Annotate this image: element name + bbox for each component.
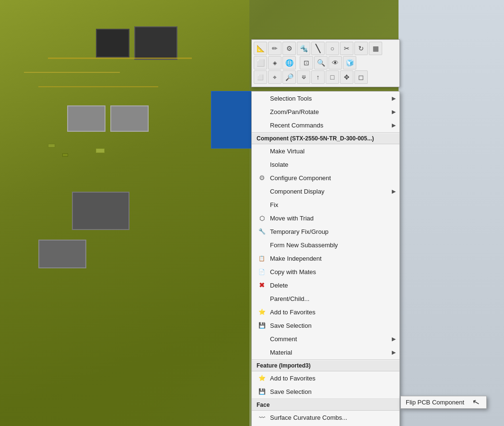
menu-item-make-virtual[interactable]: Make Virtual [252, 144, 399, 158]
toolbar-btn-section[interactable]: 🧊 [343, 56, 356, 69]
save-selection-1-icon: 💾 [257, 321, 267, 330]
parent-child-icon [257, 294, 267, 303]
toolbar-btn-circle[interactable]: ○ [326, 42, 339, 55]
toolbar-btn-line[interactable]: ╲ [311, 42, 325, 55]
save-selection-2-label: Save Selection [270, 388, 396, 395]
toolbar-btn-zoom-sel[interactable]: 🔍 [314, 56, 328, 69]
toolbar-btn-zoom-fit[interactable]: ⊡ [300, 56, 313, 69]
menu-item-save-selection-2[interactable]: 💾 Save Selection [252, 385, 399, 398]
make-virtual-label: Make Virtual [270, 148, 396, 155]
copy-mates-icon: 📄 [257, 267, 267, 276]
form-subassembly-icon [257, 240, 267, 250]
toolbar-btn-trim[interactable]: ✂ [340, 42, 353, 55]
make-independent-label: Make Independent [270, 255, 396, 262]
recent-commands-icon [257, 120, 267, 130]
zoom-pan-icon [257, 107, 267, 116]
menu-item-comment[interactable]: Comment ▶ [252, 332, 399, 345]
toolbar-btn-move1[interactable]: ↑ [311, 70, 325, 84]
toolbar-btn-feature[interactable]: ⚙ [282, 42, 296, 55]
menu-item-isolate[interactable]: Isolate [252, 158, 399, 171]
configure-component-icon: ⚙ [257, 173, 267, 183]
surface-curvature-label: Surface Curvature Combs... [270, 414, 396, 421]
isolate-label: Isolate [270, 161, 396, 168]
feature-section-header: Feature (Imported3) [252, 360, 399, 371]
toolbar-btn-block2[interactable]: ◈ [268, 56, 281, 69]
toolbar-btn-zoom-panel[interactable]: ⬜ [254, 70, 267, 84]
component-display-icon [257, 186, 267, 196]
flip-pcb-label: Flip PCB Component [406, 399, 464, 406]
menu-item-parent-child[interactable]: Parent/Child... [252, 292, 399, 305]
zoom-pan-label: Zoom/Pan/Rotate [270, 108, 392, 115]
comment-icon [257, 334, 267, 344]
toolbar-row-1: 📐 ✏ ⚙ 🔩 ╲ ○ ✂ ↻ ▦ [254, 42, 398, 55]
delete-label: Delete [270, 282, 396, 289]
toolbar-btn-smart-dim[interactable]: 📐 [254, 42, 267, 55]
menu-item-component-display[interactable]: Component Display ▶ [252, 184, 399, 198]
menu-item-surface-curvature[interactable]: 〰 Surface Curvature Combs... [252, 411, 399, 424]
toolbar-btn-assembly[interactable]: 🔩 [297, 42, 310, 55]
toolbar-btn-zoom-in[interactable]: 🔎 [282, 70, 296, 84]
menu-item-recent-commands[interactable]: Recent Commands ▶ [252, 118, 399, 132]
menu-item-temp-fix[interactable]: 🔧 Temporary Fix/Group [252, 225, 399, 238]
save-selection-2-icon: 💾 [257, 387, 267, 396]
material-icon [257, 347, 267, 357]
make-independent-icon: 📋 [257, 253, 267, 263]
save-selection-1-label: Save Selection [270, 322, 396, 329]
add-favorites-2-label: Add to Favorites [270, 375, 396, 382]
comment-arrow: ▶ [392, 336, 396, 342]
toolbar-btn-block1[interactable]: ⬜ [254, 56, 267, 69]
configure-component-label: Configure Component [270, 174, 396, 182]
add-favorites-1-label: Add to Favorites [270, 309, 396, 316]
toolbar-row-2: ⬜ ◈ 🌐 ⊡ 🔍 👁 🧊 [254, 56, 398, 69]
menu-item-make-independent[interactable]: 📋 Make Independent [252, 252, 399, 265]
context-menu: Selection Tools ▶ Zoom/Pan/Rotate ▶ Rece… [251, 91, 400, 426]
recent-commands-label: Recent Commands [270, 122, 392, 129]
comment-label: Comment [270, 335, 392, 343]
menu-item-material[interactable]: Material ▶ [252, 345, 399, 359]
toolbar-btn-convert[interactable]: ↻ [354, 42, 368, 55]
toolbar-btn-hide-lines[interactable]: 👁 [328, 56, 342, 69]
menu-item-add-favorites-1[interactable]: ⭐ Add to Favorites [252, 305, 399, 319]
selection-tools-icon [257, 93, 267, 103]
menu-item-save-selection-1[interactable]: 💾 Save Selection [252, 319, 399, 332]
menu-item-zoom-pan-rotate[interactable]: Zoom/Pan/Rotate ▶ [252, 105, 399, 118]
separator-1 [252, 132, 399, 133]
menu-item-fix[interactable]: Fix [252, 198, 399, 211]
add-favorites-1-icon: ⭐ [257, 307, 267, 317]
toolbar-btn-move2[interactable]: ✥ [340, 70, 353, 84]
fix-label: Fix [270, 201, 396, 208]
menu-item-add-favorites-2[interactable]: ⭐ Add to Favorites [252, 371, 399, 385]
form-subassembly-label: Form New Subassembly [270, 242, 396, 249]
toolbar-btn-globe[interactable]: 🌐 [282, 56, 296, 69]
toolbar-panel: 📐 ✏ ⚙ 🔩 ╲ ○ ✂ ↻ ▦ ⬜ ◈ 🌐 ⊡ 🔍 👁 🧊 ⬜ ⌖ 🔎 ⟱ … [251, 39, 400, 87]
make-virtual-icon [257, 146, 267, 156]
temp-fix-label: Temporary Fix/Group [270, 228, 396, 235]
separator-3 [252, 399, 399, 399]
recent-commands-arrow: ▶ [392, 122, 396, 128]
toolbar-row-3: ⬜ ⌖ 🔎 ⟱ ↑ □ ✥ ◻ [254, 70, 398, 84]
component-section-header: Component (STX-2550-5N-TR_D-300-005...) [252, 133, 399, 144]
temp-fix-icon: 🔧 [257, 227, 267, 236]
menu-item-form-subassembly[interactable]: Form New Subassembly [252, 238, 399, 252]
menu-item-selection-tools[interactable]: Selection Tools ▶ [252, 92, 399, 105]
fix-icon [257, 200, 267, 209]
add-favorites-2-icon: ⭐ [257, 373, 267, 383]
toolbar-btn-box2[interactable]: ◻ [354, 70, 368, 84]
menu-item-move-triad[interactable]: ⬡ Move with Triad [252, 211, 399, 225]
toolbar-btn-table[interactable]: ▦ [369, 42, 382, 55]
material-arrow: ▶ [392, 349, 396, 356]
move-triad-label: Move with Triad [270, 215, 396, 222]
menu-item-delete[interactable]: ✖ Delete [252, 278, 399, 292]
component-display-arrow: ▶ [392, 188, 396, 195]
toolbar-btn-sketch[interactable]: ✏ [268, 42, 281, 55]
menu-item-configure-component[interactable]: ⚙ Configure Component [252, 171, 399, 184]
move-triad-icon: ⬡ [257, 213, 267, 223]
isolate-icon [257, 160, 267, 169]
menu-item-create-plane[interactable]: 🔲 Create Plane Parallel to Screen [252, 424, 399, 426]
toolbar-btn-box1[interactable]: □ [326, 70, 339, 84]
menu-item-copy-mates[interactable]: 📄 Copy with Mates [252, 265, 399, 278]
toolbar-btn-pan[interactable]: ⌖ [268, 70, 281, 84]
face-section-header: Face [252, 400, 399, 411]
toolbar-btn-arrows[interactable]: ⟱ [297, 70, 310, 84]
parent-child-label: Parent/Child... [270, 295, 396, 302]
